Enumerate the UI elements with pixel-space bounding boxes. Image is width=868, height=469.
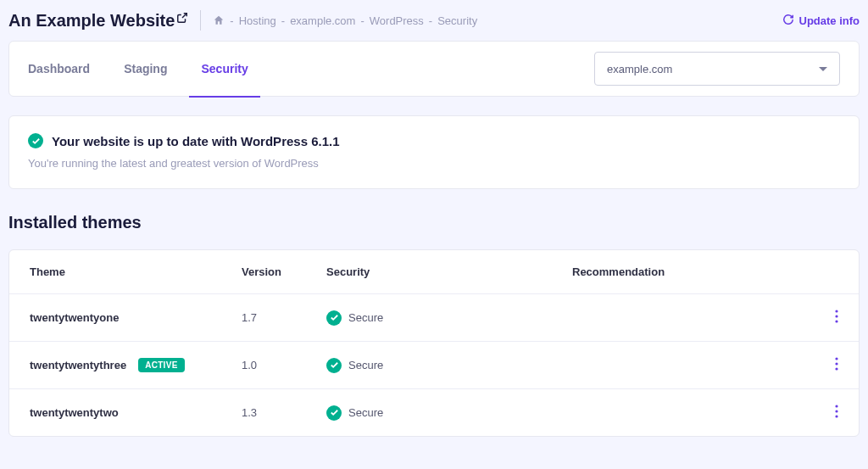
- dots-vertical-icon: [835, 357, 838, 371]
- theme-version: 1.3: [221, 389, 306, 437]
- tab-dashboard[interactable]: Dashboard: [28, 41, 90, 97]
- breadcrumb: - Hosting - example.com - WordPress - Se…: [213, 14, 782, 27]
- check-circle-icon: [28, 133, 43, 148]
- theme-name: twentytwentyone: [30, 311, 119, 324]
- recommendation-cell: [552, 342, 815, 389]
- security-cell: Secure: [326, 310, 531, 326]
- theme-name: twentytwentythreeACTIVE: [30, 358, 185, 372]
- status-subtitle: You're running the latest and greatest v…: [28, 157, 840, 170]
- breadcrumb-item[interactable]: WordPress: [370, 14, 424, 27]
- svg-point-5: [835, 367, 837, 370]
- svg-point-3: [835, 357, 837, 360]
- dots-vertical-icon: [835, 405, 838, 418]
- tab-label: Staging: [124, 62, 167, 75]
- svg-point-0: [835, 310, 837, 312]
- recommendation-cell: [552, 294, 815, 342]
- security-cell: Secure: [326, 405, 531, 421]
- site-title-text: An Example Website: [8, 11, 175, 31]
- update-info-label: Update info: [799, 14, 860, 27]
- row-actions-button[interactable]: [835, 357, 838, 371]
- header-divider: [200, 10, 201, 31]
- home-icon[interactable]: [213, 14, 225, 26]
- theme-version: 1.0: [221, 342, 306, 389]
- tab-label: Security: [201, 62, 248, 75]
- site-title[interactable]: An Example Website: [8, 11, 188, 31]
- page-header: An Example Website - Hosting - example.c…: [0, 0, 868, 41]
- check-circle-icon: [326, 405, 342, 421]
- row-actions-button[interactable]: [835, 405, 838, 418]
- row-actions-button[interactable]: [835, 310, 838, 323]
- tabs: Dashboard Staging Security: [28, 41, 594, 97]
- breadcrumb-separator: -: [360, 14, 364, 27]
- recommendation-cell: [552, 389, 815, 437]
- breadcrumb-separator: -: [230, 14, 233, 27]
- column-header-actions: [815, 250, 859, 294]
- table-row: twentytwentyone1.7Secure: [9, 294, 859, 342]
- section-title-themes: Installed themes: [8, 213, 860, 232]
- breadcrumb-item[interactable]: Security: [437, 14, 477, 27]
- security-label: Secure: [348, 311, 383, 324]
- breadcrumb-item[interactable]: example.com: [290, 14, 355, 27]
- dots-vertical-icon: [835, 310, 838, 323]
- security-label: Secure: [348, 359, 383, 371]
- site-selected-value: example.com: [607, 63, 672, 75]
- breadcrumb-separator: -: [429, 14, 432, 27]
- status-card: Your website is up to date with WordPres…: [8, 115, 860, 189]
- svg-point-8: [835, 415, 837, 417]
- update-info-button[interactable]: Update info: [782, 14, 860, 28]
- themes-table: Theme Version Security Recommendation tw…: [9, 250, 859, 436]
- refresh-icon: [782, 14, 799, 28]
- status-title: Your website is up to date with WordPres…: [52, 134, 340, 148]
- external-link-icon: [176, 12, 188, 26]
- svg-point-6: [835, 405, 837, 407]
- column-header-theme: Theme: [9, 250, 221, 294]
- security-cell: Secure: [326, 358, 531, 373]
- theme-name: twentytwentytwo: [30, 406, 119, 419]
- column-header-security: Security: [306, 250, 552, 294]
- table-row: twentytwentytwo1.3Secure: [9, 389, 859, 437]
- security-label: Secure: [348, 406, 383, 419]
- table-row: twentytwentythreeACTIVE1.0Secure: [9, 342, 859, 389]
- breadcrumb-separator: -: [281, 14, 285, 27]
- svg-point-4: [835, 362, 837, 365]
- chevron-down-icon: [819, 67, 827, 71]
- tab-staging[interactable]: Staging: [124, 41, 167, 97]
- tab-security[interactable]: Security: [201, 41, 248, 97]
- check-circle-icon: [326, 310, 342, 326]
- column-header-version: Version: [221, 250, 306, 294]
- breadcrumb-item[interactable]: Hosting: [239, 14, 276, 27]
- theme-version: 1.7: [221, 294, 306, 342]
- site-selector[interactable]: example.com: [594, 52, 840, 86]
- active-badge: ACTIVE: [138, 358, 184, 372]
- themes-table-card: Theme Version Security Recommendation tw…: [8, 249, 860, 437]
- svg-point-7: [835, 410, 837, 412]
- column-header-recommendation: Recommendation: [552, 250, 815, 294]
- tabs-panel: Dashboard Staging Security example.com: [8, 41, 860, 97]
- tab-label: Dashboard: [28, 62, 90, 75]
- svg-point-2: [835, 320, 837, 322]
- svg-point-1: [835, 315, 837, 317]
- check-circle-icon: [326, 358, 342, 373]
